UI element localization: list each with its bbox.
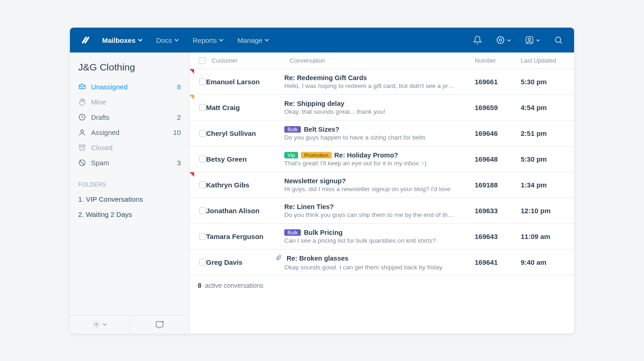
sidebar-folder-closed[interactable]: Closed — [70, 140, 189, 155]
last-updated: 12:10 pm — [521, 207, 566, 215]
ban-icon — [78, 159, 86, 167]
draft-icon — [78, 113, 86, 121]
row-checkbox[interactable] — [199, 207, 206, 214]
folder-count: 10 — [173, 128, 181, 136]
top-nav: MailboxesDocsReportsManage — [70, 28, 574, 52]
conversation-row[interactable]: Jonathan AlisonRe: Linen Ties?Do you thi… — [190, 198, 574, 224]
sidebar-bottom-bar — [70, 315, 189, 333]
conversation-row[interactable]: Cheryl SullivanBulkBelt Sizes?Do you guy… — [190, 121, 574, 146]
conversation-number: 169641 — [475, 258, 521, 266]
col-number[interactable]: Number — [475, 57, 521, 64]
helpscout-logo-icon[interactable] — [81, 35, 91, 45]
sidebar-folder-assigned[interactable]: Assigned10 — [70, 125, 189, 140]
custom-folder[interactable]: 2. Waiting 2 Days — [70, 207, 189, 222]
footer-count: 8 — [198, 282, 201, 289]
row-checkbox[interactable] — [199, 104, 206, 111]
sidebar-folders: Unassigned8MineDrafts2Assigned10ClosedSp… — [70, 78, 189, 171]
conversation-list: Emanuel LarsonRe: Redeeming Gift CardsHe… — [190, 69, 574, 275]
col-customer[interactable]: Customer — [212, 57, 290, 64]
new-conversation-button[interactable] — [130, 315, 189, 333]
conversation-subject: Re: Redeeming Gift Cards — [284, 74, 367, 82]
user-icon — [78, 128, 86, 136]
chevron-down-icon — [174, 38, 179, 42]
customer-name: Betsy Green — [206, 155, 284, 163]
svg-point-3 — [529, 38, 531, 41]
nav-item-label: Reports — [193, 36, 217, 44]
conversation-row[interactable]: Emanuel LarsonRe: Redeeming Gift CardsHe… — [190, 69, 574, 95]
tag-promo: Promotion — [301, 152, 331, 158]
svg-point-4 — [555, 37, 561, 42]
row-checkbox[interactable] — [199, 156, 206, 163]
nav-menu: MailboxesDocsReportsManage — [102, 36, 269, 44]
conversation-subject: Belt Sizes? — [304, 126, 339, 133]
row-checkbox[interactable] — [199, 259, 206, 266]
last-updated: 5:30 pm — [521, 155, 566, 163]
help-icon[interactable] — [496, 35, 511, 45]
folder-count: 2 — [177, 113, 181, 121]
nav-item-mailboxes[interactable]: Mailboxes — [102, 36, 143, 44]
last-updated: 5:30 pm — [521, 78, 566, 86]
customer-name: Kathryn Gibs — [206, 181, 284, 189]
customer-name: Matt Craig — [206, 104, 284, 111]
customer-name: Jonathan Alison — [206, 207, 284, 215]
settings-button[interactable] — [70, 315, 130, 333]
chevron-down-icon — [536, 38, 540, 42]
customer-name: Emanuel Larson — [206, 78, 284, 86]
last-updated: 9:40 am — [521, 258, 566, 266]
chevron-down-icon — [507, 38, 511, 42]
conversation-cell: Re: Linen Ties?Do you think you guys can… — [284, 203, 475, 218]
conversation-subject: Newsletter signup? — [284, 177, 346, 185]
conversation-row[interactable]: Tamara FergusonBulkBulk PricingCan I see… — [190, 224, 574, 250]
col-updated[interactable]: Last Updated — [521, 57, 566, 64]
customer-name: Tamara Ferguson — [206, 233, 284, 240]
inbox-open-icon — [78, 83, 86, 91]
svg-point-6 — [81, 130, 84, 133]
sidebar-folder-unassigned[interactable]: Unassigned8 — [70, 79, 189, 94]
list-footer: 8 active conversations — [190, 275, 574, 296]
conversation-subject: Re: Broken glasses — [287, 255, 349, 262]
folder-label: Mine — [91, 98, 106, 106]
tag-bulk: Bulk — [284, 229, 301, 236]
folder-label: Assigned — [91, 128, 120, 136]
custom-folder[interactable]: 1. VIP Conversations — [70, 192, 189, 207]
conversation-row[interactable]: Greg DavisRe: Broken glassesOkay sounds … — [190, 250, 574, 275]
row-checkbox[interactable] — [199, 181, 206, 188]
sidebar-folder-drafts[interactable]: Drafts2 — [70, 110, 189, 125]
nav-item-docs[interactable]: Docs — [156, 36, 179, 44]
search-icon[interactable] — [554, 35, 563, 45]
main-content: Customer Conversation Number Last Update… — [190, 52, 574, 333]
svg-point-10 — [95, 323, 97, 325]
conversation-cell: VipPromotionRe: Holiday Promo?That's gre… — [284, 151, 475, 167]
select-all-checkbox[interactable] — [199, 57, 206, 64]
sidebar-folder-spam[interactable]: Spam3 — [70, 155, 189, 170]
archive-icon — [78, 144, 86, 151]
gear-icon — [92, 320, 100, 328]
sidebar-folder-mine[interactable]: Mine — [70, 94, 189, 110]
profile-icon[interactable] — [525, 35, 540, 45]
conversation-cell: Re: Shipping delayOkay, that sounds grea… — [284, 100, 475, 115]
app-window: MailboxesDocsReportsManage J&G Clothing … — [70, 28, 574, 333]
conversation-preview: Okay sounds good. I can get them shipped… — [284, 264, 454, 271]
custom-folders: 1. VIP Conversations2. Waiting 2 Days — [70, 192, 189, 222]
nav-item-label: Docs — [156, 36, 172, 44]
conversation-preview: Can I see a pricing list for bulk quanti… — [284, 237, 454, 244]
hand-icon — [78, 98, 86, 106]
conversation-row[interactable]: Betsy GreenVipPromotionRe: Holiday Promo… — [190, 146, 574, 172]
folder-label: Closed — [91, 144, 113, 151]
row-checkbox[interactable] — [199, 130, 206, 137]
mailbox-title: J&G Clothing — [70, 52, 189, 78]
conversation-row[interactable]: Matt CraigRe: Shipping delayOkay, that s… — [190, 95, 574, 121]
row-checkbox[interactable] — [199, 233, 206, 240]
nav-item-reports[interactable]: Reports — [193, 36, 224, 44]
svg-point-1 — [500, 39, 502, 41]
chevron-down-icon — [103, 322, 107, 326]
nav-item-manage[interactable]: Manage — [237, 36, 269, 44]
col-conversation[interactable]: Conversation — [290, 57, 475, 64]
conversation-subject: Re: Linen Ties? — [284, 203, 334, 210]
conversation-row[interactable]: Kathryn GibsNewsletter signup?Hi guys, d… — [190, 172, 574, 198]
last-updated: 1:34 pm — [521, 181, 566, 189]
row-checkbox[interactable] — [199, 78, 206, 85]
folder-label: Unassigned — [91, 83, 127, 91]
bell-icon[interactable] — [473, 35, 482, 45]
conversation-subject: Bulk Pricing — [304, 229, 343, 236]
